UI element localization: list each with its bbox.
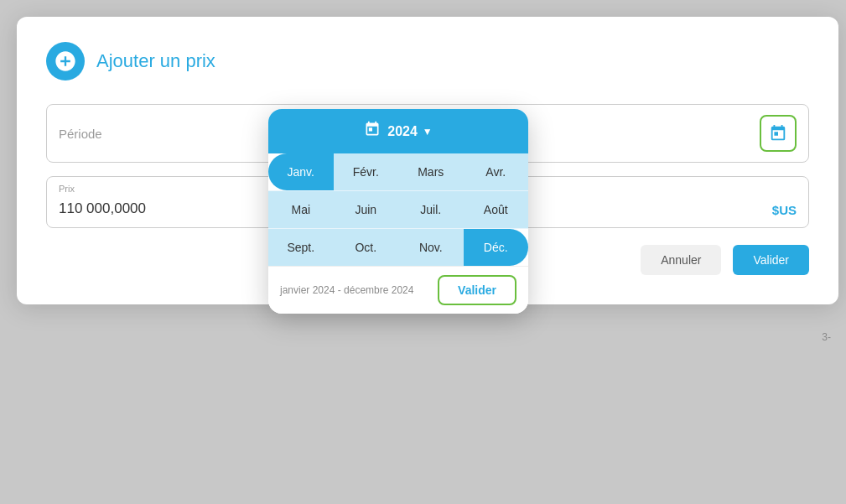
month-novembre[interactable]: Nov.: [398, 229, 464, 266]
month-row-2: Mai Juin Juil. Août: [268, 191, 528, 229]
date-range-label: janvier 2024 - décembre 2024: [280, 284, 413, 296]
valider-button[interactable]: Valider: [733, 245, 809, 275]
modal-icon: [46, 42, 85, 81]
month-juillet[interactable]: Juil.: [398, 191, 464, 228]
modal-header: Ajouter un prix: [46, 42, 809, 81]
month-row-3: Sept. Oct. Nov. Déc.: [268, 229, 528, 266]
calendar-toggle-button[interactable]: [760, 115, 797, 152]
month-aout[interactable]: Août: [464, 191, 529, 228]
month-decembre[interactable]: Déc.: [464, 229, 529, 266]
modal-title: Ajouter un prix: [96, 50, 215, 72]
calendar-valider-button[interactable]: Valider: [438, 275, 516, 305]
cal-header-icon: [364, 121, 381, 142]
calendar-months-grid: Janv. Févr. Mars Avr. Mai Juin Juil.: [268, 153, 528, 266]
month-fevrier[interactable]: Févr.: [334, 153, 399, 190]
year-selector-button[interactable]: 2024 ▼: [387, 124, 432, 139]
calendar-icon: [769, 124, 787, 143]
calendar-dropdown: 2024 ▼ Janv. Févr. Mars Avr. Mai: [268, 109, 528, 314]
month-juin[interactable]: Juin: [334, 191, 399, 228]
plus-icon: [54, 49, 77, 73]
year-label: 2024: [387, 124, 418, 139]
calendar-footer: janvier 2024 - décembre 2024 Valider: [268, 266, 528, 314]
month-septembre[interactable]: Sept.: [268, 229, 334, 266]
calendar-header: 2024 ▼: [268, 109, 528, 153]
month-row-1: Janv. Févr. Mars Avr.: [268, 153, 528, 191]
calendar-header-icon: [364, 121, 381, 138]
annuler-button[interactable]: Annuler: [641, 245, 721, 275]
range-end: décembre 2024: [344, 284, 413, 296]
bg-right-label-3: 3-: [822, 331, 831, 343]
range-start: janvier 2024: [280, 284, 335, 296]
month-octobre[interactable]: Oct.: [334, 229, 399, 266]
prix-value: 110 000,0000: [59, 200, 146, 217]
range-separator: -: [338, 284, 344, 296]
month-mars[interactable]: Mars: [398, 153, 464, 190]
month-avril[interactable]: Avr.: [464, 153, 529, 190]
prix-label: Prix: [59, 184, 75, 194]
month-mai[interactable]: Mai: [268, 191, 334, 228]
currency-label: $US: [772, 203, 797, 217]
month-janvier[interactable]: Janv.: [268, 153, 334, 190]
chevron-down-icon: ▼: [423, 126, 433, 138]
